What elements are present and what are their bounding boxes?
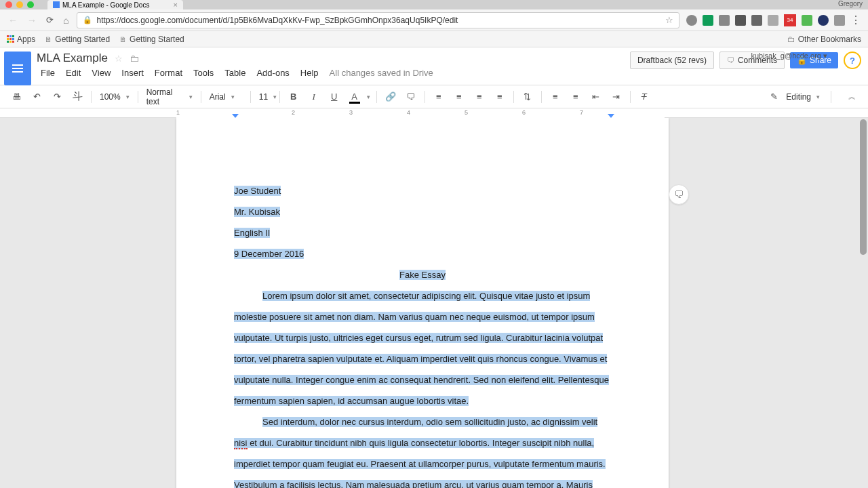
decrease-indent-button[interactable]: ⇤ [587, 88, 606, 106]
text-color-dropdown[interactable]: ▾ [366, 88, 372, 106]
document-canvas[interactable]: 🗨 Joe Student Mr. Kubisak English II 9 D… [0, 118, 868, 488]
address-input[interactable]: 🔒 https://docs.google.com/document/d/1p5… [77, 12, 679, 28]
bookmark-label: Getting Started [55, 35, 110, 44]
spelling-error[interactable]: nisi [234, 438, 248, 449]
bookmark-item[interactable]: Getting Started [119, 35, 184, 44]
page-icon [45, 35, 52, 44]
align-right-button[interactable]: ≡ [470, 88, 489, 106]
tab-title: MLA Example - Google Docs [62, 1, 149, 9]
reload-button[interactable]: ⟳ [45, 15, 55, 25]
docs-header: MLA Example ☆ 🗀 File Edit View Insert Fo… [0, 47, 868, 85]
insert-comment-button[interactable]: 🗨 [401, 88, 420, 106]
bookmark-star-icon[interactable]: ☆ [665, 15, 673, 25]
doc-header-line[interactable]: Mr. Kubisak [234, 201, 611, 222]
font-select[interactable]: Arial [205, 88, 246, 106]
ext-doc-icon[interactable] [768, 15, 778, 26]
other-bookmarks[interactable]: 🗀 Other Bookmarks [787, 35, 861, 44]
zoom-select[interactable]: 100% [96, 88, 134, 106]
back-button[interactable]: ← [7, 15, 19, 26]
docs-logo-icon[interactable] [4, 52, 31, 85]
minimize-window-icon[interactable] [16, 1, 23, 8]
text-color-button[interactable]: A [345, 88, 364, 106]
browser-profile[interactable]: Gregory [838, 0, 863, 7]
close-tab-icon[interactable]: × [174, 1, 178, 9]
align-left-button[interactable]: ≡ [429, 88, 448, 106]
style-select[interactable]: Normal text [142, 88, 197, 106]
increase-indent-button[interactable]: ⇥ [607, 88, 626, 106]
menu-tools[interactable]: Tools [189, 66, 218, 79]
ruler-tick: 4 [407, 109, 410, 116]
draftback-button[interactable]: Draftback (52 revs) [630, 52, 714, 69]
home-button[interactable]: ⌂ [62, 15, 70, 26]
ext-box-icon[interactable] [719, 15, 730, 26]
collapse-toolbar-button[interactable]: ︽ [842, 88, 861, 106]
forward-button[interactable]: → [26, 15, 38, 26]
chrome-menu-icon[interactable]: ⋮ [850, 14, 861, 26]
ext-evernote-icon[interactable] [802, 15, 812, 26]
menu-view[interactable]: View [87, 66, 115, 79]
print-button[interactable]: 🖶 [7, 88, 26, 106]
calendar-icon[interactable]: 34 [784, 14, 796, 26]
undo-button[interactable]: ↶ [27, 88, 46, 106]
maximize-window-icon[interactable] [27, 1, 34, 8]
ext-screencast-icon[interactable] [751, 15, 762, 26]
bulleted-list-button[interactable]: ≡ [566, 88, 585, 106]
vertical-scrollbar[interactable] [860, 119, 867, 255]
doc-title-row: MLA Example ☆ 🗀 [37, 52, 437, 65]
bold-button[interactable]: B [284, 88, 303, 106]
mode-select[interactable]: Editing [782, 88, 824, 106]
move-folder-icon[interactable]: 🗀 [130, 53, 139, 64]
ruler-tick: 5 [465, 109, 468, 116]
ext-sheets-icon[interactable] [703, 15, 713, 26]
underline-button[interactable]: U [325, 88, 344, 106]
docs-favicon-icon [53, 1, 60, 8]
ext-generic-icon[interactable] [834, 15, 845, 26]
line-spacing-button[interactable]: ⇅ [518, 88, 537, 106]
menu-table[interactable]: Table [220, 66, 250, 79]
menu-format[interactable]: Format [151, 66, 186, 79]
user-email[interactable]: kubisak_g@hcde.org ▾ [751, 52, 827, 60]
doc-header-line[interactable]: 9 December 2016 [234, 243, 611, 264]
ruler-tick: 2 [292, 109, 295, 116]
paint-format-button[interactable]: ⽃ [68, 88, 87, 106]
italic-button[interactable]: I [304, 88, 323, 106]
doc-paragraph[interactable]: Sed interdum, dolor nec cursus interdum,… [234, 411, 611, 488]
menu-edit[interactable]: Edit [62, 66, 85, 79]
doc-title-line[interactable]: Fake Essay [234, 264, 611, 285]
clear-formatting-button[interactable]: T [635, 88, 654, 106]
window-controls[interactable] [5, 1, 34, 8]
add-comment-bubble[interactable]: 🗨 [669, 184, 689, 205]
doc-paragraph[interactable]: Lorem ipsum dolor sit amet, consectetur … [234, 285, 611, 411]
apps-button[interactable]: Apps [7, 35, 35, 44]
ext-colorzilla-icon[interactable] [818, 15, 829, 26]
url-bar: ← → ⟳ ⌂ 🔒 https://docs.google.com/docume… [0, 9, 868, 31]
browser-tab-bar: MLA Example - Google Docs × Gregory [0, 0, 868, 9]
help-icon[interactable]: ? [844, 52, 861, 69]
ruler-tick: 1 [176, 109, 180, 116]
document-title[interactable]: MLA Example [37, 52, 108, 65]
toolbar: 🖶 ↶ ↷ ⽃ 100% Normal text Arial 11 B I U … [0, 85, 868, 108]
apps-label: Apps [17, 35, 35, 44]
insert-link-button[interactable]: 🔗 [381, 88, 400, 106]
menu-insert[interactable]: Insert [117, 66, 148, 79]
align-center-button[interactable]: ≡ [450, 88, 469, 106]
close-window-icon[interactable] [5, 1, 12, 8]
bookmark-item[interactable]: Getting Started [45, 35, 110, 44]
ruler-tick: 3 [349, 109, 353, 116]
browser-tab[interactable]: MLA Example - Google Docs × [47, 0, 183, 9]
star-doc-icon[interactable]: ☆ [115, 54, 123, 64]
document-page[interactable]: 🗨 Joe Student Mr. Kubisak English II 9 D… [176, 118, 669, 488]
doc-header-line[interactable]: Joe Student [234, 180, 611, 201]
horizontal-ruler[interactable]: 1 2 3 4 5 6 7 [0, 108, 868, 118]
numbered-list-button[interactable]: ≡ [546, 88, 565, 106]
align-justify-button[interactable]: ≡ [490, 88, 509, 106]
ruler-tick: 6 [522, 109, 526, 116]
redo-button[interactable]: ↷ [47, 88, 66, 106]
menu-help[interactable]: Help [296, 66, 323, 79]
font-size-select[interactable]: 11 [255, 88, 275, 106]
ext-info-icon[interactable] [686, 15, 697, 26]
menu-addons[interactable]: Add-ons [252, 66, 293, 79]
doc-header-line[interactable]: English II [234, 222, 611, 243]
ext-camera-icon[interactable] [735, 15, 746, 26]
menu-file[interactable]: File [37, 66, 59, 79]
